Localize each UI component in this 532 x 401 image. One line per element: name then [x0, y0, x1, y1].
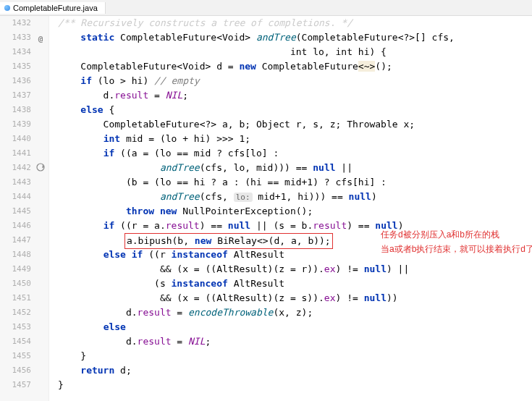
code-line: (s instanceof AltResult: [58, 277, 532, 291]
line-number[interactable]: 1444: [0, 190, 31, 204]
line-number[interactable]: 1432: [0, 16, 31, 30]
gutter: 14321433@1434143514361437143814391440144…: [0, 16, 49, 401]
code-line: else {: [58, 103, 532, 117]
line-number[interactable]: 1454: [0, 334, 31, 349]
line-number[interactable]: 1439: [0, 117, 31, 132]
override-marker-icon[interactable]: @: [35, 32, 46, 42]
line-number[interactable]: 1455: [0, 349, 31, 363]
recursive-call-icon[interactable]: [35, 162, 46, 172]
line-number[interactable]: 1438: [0, 103, 31, 117]
file-tab[interactable]: CompletableFuture.java: [0, 2, 106, 14]
code-line: if (lo > hi) // empty: [58, 74, 532, 88]
code-line: /** Recursively constructs a tree of com…: [58, 16, 532, 30]
code-line: throw new NullPointerException();: [58, 204, 532, 219]
code-line: && (x = ((AltResult)(z = s)).ex) != null…: [58, 291, 532, 305]
line-number[interactable]: 1453: [0, 320, 31, 334]
line-number[interactable]: 1442: [0, 161, 31, 175]
line-number[interactable]: 1436: [0, 74, 31, 88]
tab-bar: CompletableFuture.java: [0, 0, 532, 16]
code-line: (b = (lo == hi ? a : (hi == mid+1) ? cfs…: [58, 175, 532, 190]
code-line: d.result = NIL;: [58, 88, 532, 103]
line-number[interactable]: 1445: [0, 204, 31, 219]
line-number[interactable]: 1434: [0, 45, 31, 59]
line-number[interactable]: 1446: [0, 219, 31, 233]
line-number[interactable]: 1451: [0, 291, 31, 305]
code-line: int lo, int hi) {: [58, 45, 532, 59]
code-line: CompletableFuture<Void> d = new Completa…: [58, 59, 532, 74]
code-line: andTree(cfs, lo, mid))) == null ||: [58, 161, 532, 175]
code-line: static CompletableFuture<Void> andTree(C…: [58, 30, 532, 45]
line-number[interactable]: 1456: [0, 363, 31, 378]
line-number[interactable]: 1448: [0, 248, 31, 262]
line-number[interactable]: 1457: [0, 378, 31, 392]
code-line: andTree(cfs, lo: mid+1, hi))) == null): [58, 190, 532, 204]
code-line: d.result = encodeThrowable(x, z);: [58, 305, 532, 320]
line-number[interactable]: 1443: [0, 175, 31, 190]
line-number[interactable]: 1450: [0, 277, 31, 291]
code-line: }: [58, 378, 532, 392]
tab-filename: CompletableFuture.java: [13, 4, 98, 12]
code-line: d.result = NIL;: [58, 334, 532, 349]
line-number[interactable]: 1449: [0, 262, 31, 277]
java-file-icon: [4, 5, 10, 11]
line-number[interactable]: 1440: [0, 132, 31, 146]
code-line: int mid = (lo + hi) >>> 1;: [58, 132, 532, 146]
highlighted-code: a.bipush(b, new BiRelay<>(d, a, b));: [124, 233, 333, 249]
line-number[interactable]: 1437: [0, 88, 31, 103]
code-line: return d;: [58, 363, 532, 378]
code-line: }: [58, 349, 532, 363]
code-line: if ((a = (lo == mid ? cfs[lo] :: [58, 146, 532, 161]
line-number[interactable]: 1452: [0, 305, 31, 320]
code-line: else: [58, 320, 532, 334]
code-line: && (x = ((AltResult)(z = r)).ex) != null…: [58, 262, 532, 277]
code-line: CompletableFuture<?> a, b; Object r, s, …: [58, 117, 532, 132]
code-area[interactable]: /** Recursively constructs a tree of com…: [49, 16, 532, 401]
code-line: else if ((r instanceof AltResult: [58, 248, 532, 262]
line-number[interactable]: 1433@: [0, 30, 31, 45]
line-number[interactable]: 1441: [0, 146, 31, 161]
line-number[interactable]: 1447: [0, 233, 31, 248]
code-line: a.bipush(b, new BiRelay<>(d, a, b)); 任务d…: [58, 233, 532, 248]
line-number[interactable]: 1435: [0, 59, 31, 74]
